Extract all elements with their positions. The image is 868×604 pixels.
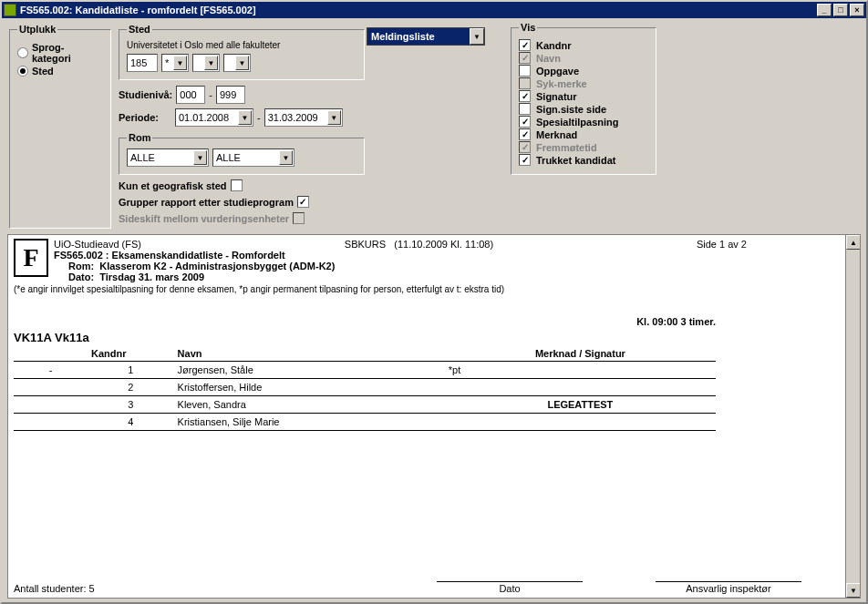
report-header-time: (11.10.2009 Kl. 11:08) [394, 239, 493, 250]
report-footnote: (*e angir innvilget spesialtilpasning fo… [14, 284, 852, 294]
candidate-table: Kandnr Navn Merknad / Signatur -1Jørgens… [14, 346, 716, 431]
radio-sprog-kategori[interactable]: Sprog-kategori [17, 42, 103, 64]
vis-trukket-label: Trukket kandidat [536, 155, 615, 166]
sted-legend: Sted [127, 24, 152, 35]
th-kandnr: Kandnr [88, 346, 174, 362]
cell-kandnr: 2 [88, 379, 174, 396]
sted-star-combo[interactable]: *▼ [161, 54, 189, 72]
report-foot-inspector: Ansvarlig inspektør [656, 581, 801, 594]
cell-kandnr: 3 [88, 396, 174, 414]
window-title: FS565.002: Kandidatliste - romfordelt [F… [20, 5, 256, 15]
vis-kandnr-checkbox[interactable] [519, 39, 531, 51]
vis-group: Vis Kandnr Navn Oppgave Syk-merke Signat… [511, 22, 656, 175]
report-footer: Antall studenter: 5 Dato Ansvarlig inspe… [14, 581, 838, 594]
app-icon [4, 4, 16, 16]
kun-geo-checkbox[interactable] [231, 179, 243, 191]
cell-navn: Kleven, Sandra [174, 396, 445, 414]
meldingsliste-combo[interactable]: Meldingsliste ▼ [367, 27, 485, 46]
report-foot-dato: Dato [437, 581, 583, 594]
th-navn: Navn [174, 346, 445, 362]
radio-sted[interactable]: Sted [17, 66, 103, 77]
cell-merknad: *pt [445, 362, 716, 379]
cell-merknad [445, 414, 716, 431]
vis-spesial-label: Spesialtilpasning [536, 117, 618, 128]
report-scrollbar[interactable]: ▲ ▼ [845, 235, 860, 598]
sted-code-input[interactable]: 185 [127, 54, 158, 72]
cell-navn: Kristoffersen, Hilde [174, 379, 445, 396]
vis-signatur-label: Signatur [536, 91, 577, 102]
vis-fremmote-label: Fremmøtetid [536, 142, 597, 153]
chevron-down-icon: ▼ [279, 150, 293, 165]
radio-label: Sprog-kategori [32, 42, 103, 64]
vis-signsiste-checkbox[interactable] [519, 103, 531, 115]
cell-mark: - [14, 362, 88, 379]
radio-icon [17, 47, 28, 58]
cell-kandnr: 4 [88, 414, 174, 431]
utplukk-legend: Utplukk [17, 24, 57, 35]
report-time-note: Kl. 09:00 3 timer. [14, 316, 716, 327]
rom-combo-1[interactable]: ALLE▼ [127, 148, 209, 167]
vis-signatur-checkbox[interactable] [519, 90, 531, 102]
vis-trukket-checkbox[interactable] [519, 154, 531, 166]
vis-navn-label: Navn [536, 53, 561, 64]
vis-legend: Vis [519, 22, 537, 33]
fs-logo: F [14, 239, 48, 277]
scroll-down-button[interactable]: ▼ [846, 583, 861, 598]
sideskift-checkbox [293, 212, 305, 224]
vis-oppgave-checkbox[interactable] [519, 65, 531, 77]
rom-combo-2[interactable]: ALLE▼ [212, 148, 294, 167]
report-title: FS565.002 : Eksamenskandidatliste - Romf… [14, 250, 852, 261]
periode-to-combo[interactable]: 31.03.2009▼ [264, 108, 343, 127]
filter-panel: Utplukk Sprog-kategori Sted Sted Univers… [2, 18, 866, 232]
cell-merknad [445, 379, 716, 396]
radio-icon [17, 66, 28, 77]
report-rom-value: Klasserom K2 - Administrasjonsbygget (AD… [99, 261, 335, 271]
cell-mark [14, 379, 88, 396]
table-row: 3Kleven, SandraLEGEATTEST [14, 396, 716, 414]
chevron-down-icon: ▼ [327, 110, 341, 125]
report-student-count: Antall studenter: 5 [14, 583, 95, 594]
vis-merknad-label: Merknad [536, 129, 577, 140]
scroll-up-button[interactable]: ▲ [846, 235, 861, 250]
cell-navn: Kristiansen, Silje Marie [174, 414, 445, 431]
table-row: 2Kristoffersen, Hilde [14, 379, 716, 396]
vis-merknad-checkbox[interactable] [519, 128, 531, 140]
report-dato-value: Tirsdag 31. mars 2009 [99, 271, 204, 282]
sted-blank2-combo[interactable]: ▼ [223, 54, 251, 72]
report-dato-label: Dato: [68, 271, 94, 282]
minimize-button[interactable]: _ [817, 4, 832, 16]
grupper-checkbox[interactable] [297, 196, 309, 208]
report-preview: F UiO-Studieavd (FS) SBKURS (11.10.2009 … [7, 234, 861, 599]
meldingsliste-label: Meldingsliste [371, 31, 435, 42]
vis-spesial-checkbox[interactable] [519, 116, 531, 128]
vis-sykmerke-checkbox [519, 77, 531, 89]
cell-navn: Jørgensen, Ståle [174, 362, 445, 379]
table-row: 4Kristiansen, Silje Marie [14, 414, 716, 431]
report-rom-label: Rom: [68, 261, 94, 271]
report-header-mid: SBKURS [345, 239, 386, 250]
vis-navn-checkbox [519, 52, 531, 64]
kun-geo-label: Kun et geografisk sted [119, 180, 227, 191]
cell-mark [14, 414, 88, 431]
vis-fremmote-checkbox [519, 141, 531, 153]
maximize-button[interactable]: □ [833, 4, 848, 16]
sted-blank1-combo[interactable]: ▼ [192, 54, 220, 72]
chevron-down-icon: ▼ [193, 150, 207, 165]
th-merknad: Merknad / Signatur [445, 346, 716, 362]
periode-label: Periode: [119, 112, 171, 123]
chevron-down-icon: ▼ [238, 110, 252, 125]
sideskift-label: Sideskift mellom vurderingsenheter [119, 213, 289, 224]
grupper-label: Grupper rapport etter studieprogram [119, 197, 294, 208]
vis-kandnr-label: Kandnr [536, 40, 572, 51]
periode-from-combo[interactable]: 01.01.2008▼ [175, 108, 253, 127]
studieniva-from[interactable]: 000 [176, 86, 205, 104]
studieniva-label: Studienivå: [119, 89, 172, 100]
chevron-down-icon: ▼ [235, 56, 249, 70]
chevron-down-icon: ▼ [204, 56, 218, 70]
studieniva-to[interactable]: 999 [216, 86, 245, 104]
close-button[interactable]: × [850, 4, 864, 16]
radio-label: Sted [32, 66, 54, 77]
sted-university: Universitetet i Oslo med alle fakulteter [127, 40, 356, 50]
chevron-down-icon: ▼ [470, 28, 484, 45]
rom-legend: Rom [127, 132, 152, 143]
